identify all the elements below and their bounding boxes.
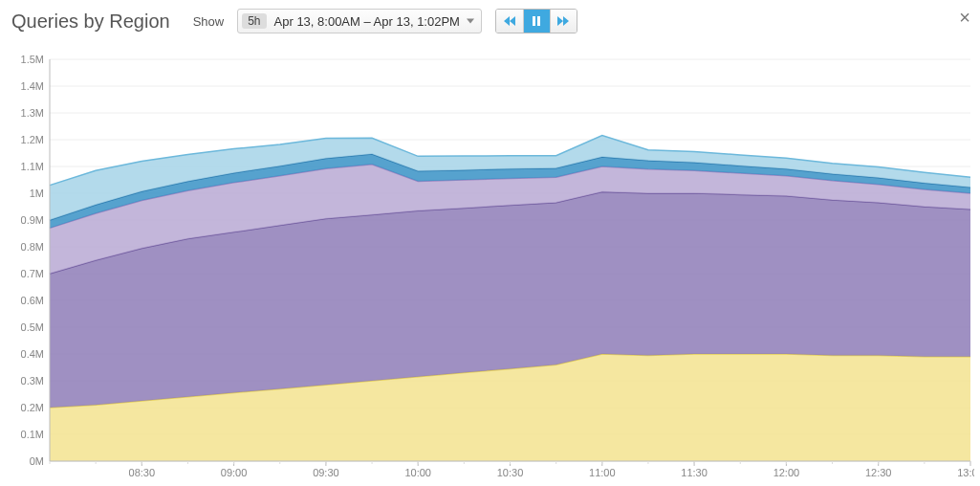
svg-text:1.4M: 1.4M [21, 80, 44, 92]
svg-text:13:00: 13:00 [957, 467, 974, 478]
chevron-down-icon [467, 19, 474, 24]
svg-text:1.1M: 1.1M [21, 161, 44, 172]
chart-title: Queries by Region [11, 11, 170, 33]
playback-controls [495, 9, 577, 33]
svg-text:0.6M: 0.6M [21, 295, 44, 306]
svg-rect-0 [533, 16, 535, 26]
close-button[interactable]: × [959, 8, 970, 27]
svg-text:10:00: 10:00 [404, 467, 431, 478]
rewind-button[interactable] [496, 10, 523, 33]
svg-text:0.2M: 0.2M [21, 402, 44, 413]
svg-text:0.8M: 0.8M [21, 241, 44, 253]
svg-text:1.5M: 1.5M [21, 54, 44, 65]
svg-text:1.2M: 1.2M [21, 134, 44, 145]
svg-text:12:00: 12:00 [773, 467, 800, 478]
svg-text:12:30: 12:30 [865, 467, 892, 478]
chart-header: Queries by Region Show 5h Apr 13, 8:00AM… [0, 0, 980, 40]
svg-text:0.4M: 0.4M [21, 348, 44, 360]
svg-rect-1 [537, 16, 540, 26]
svg-text:09:30: 09:30 [313, 467, 339, 478]
svg-text:11:30: 11:30 [681, 467, 708, 478]
chart-area: 0M0.1M0.2M0.3M0.4M0.5M0.6M0.7M0.8M0.9M1M… [10, 44, 974, 482]
svg-text:0.3M: 0.3M [21, 375, 44, 387]
svg-text:09:00: 09:00 [221, 467, 248, 478]
svg-text:1.3M: 1.3M [21, 107, 44, 119]
forward-button[interactable] [550, 10, 577, 33]
time-range-select[interactable]: 5h Apr 13, 8:00AM – Apr 13, 1:02PM [237, 9, 482, 33]
svg-text:1M: 1M [30, 188, 44, 199]
svg-text:08:30: 08:30 [129, 467, 156, 478]
range-text: Apr 13, 8:00AM – Apr 13, 1:02PM [274, 14, 460, 29]
svg-text:0.1M: 0.1M [21, 429, 44, 440]
svg-text:10:30: 10:30 [497, 467, 524, 478]
svg-text:0.9M: 0.9M [21, 214, 44, 226]
show-label: Show [193, 14, 225, 29]
svg-text:11:00: 11:00 [589, 467, 616, 478]
svg-text:0.7M: 0.7M [21, 268, 44, 279]
svg-text:0.5M: 0.5M [21, 321, 44, 333]
svg-text:0M: 0M [30, 455, 44, 467]
close-icon: × [959, 7, 970, 28]
pause-button[interactable] [523, 10, 550, 33]
range-duration-badge: 5h [242, 13, 266, 29]
